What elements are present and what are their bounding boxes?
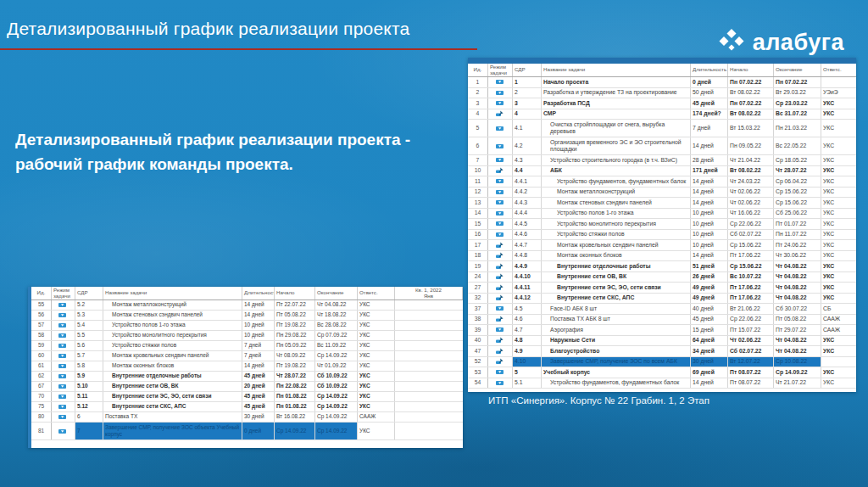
- task-duration: 10 дней: [242, 331, 275, 340]
- task-name: АБК: [542, 166, 691, 176]
- task-name: Внутренние отделочные работы: [542, 261, 691, 271]
- task-row[interactable]: 134.4.3Монтаж стеновых сэндвич панелей14…: [468, 198, 856, 209]
- task-row[interactable]: 144.4.4Устройство полов 1-го этажа10 дне…: [468, 209, 856, 220]
- task-start: Пн 05.09.22: [275, 341, 315, 350]
- task-name: Устройство фундаментов, фундаментных бал…: [542, 378, 691, 389]
- task-row[interactable]: 194.4.9Внутренние отделочные работы51 дн…: [468, 261, 856, 272]
- task-row[interactable]: 625.9Внутренние отделочные работы45 дней…: [31, 372, 463, 382]
- task-row[interactable]: 164.4.6Устройство стяжки полов10 днейСб …: [468, 230, 856, 241]
- task-duration: 45 дней: [242, 372, 275, 381]
- task-row[interactable]: 74.3Устройство строительного городка (в …: [468, 155, 856, 166]
- task-row[interactable]: 595.6Устройство стяжки полов7 днейПн 05.…: [31, 341, 463, 351]
- task-row[interactable]: 605.7Монтаж кровельных сендвич панелей7 …: [31, 351, 463, 361]
- task-row[interactable]: 174.4.7Монтаж кровельных сендвич панелей…: [468, 240, 856, 251]
- task-row[interactable]: 154.4.5Устройство монолитного перекрытия…: [468, 219, 856, 230]
- task-id: 24: [468, 272, 488, 283]
- task-resp: УКС: [821, 176, 856, 187]
- task-duration: 10 дней: [691, 240, 728, 250]
- task-row[interactable]: 11Начало проекта0 днейПн 07.02.22Пн 07.0…: [468, 77, 856, 88]
- task-name: Внутренние сети ОВ, ВК: [103, 382, 242, 391]
- task-row[interactable]: 124.4.2Монтаж металлоконструкций14 днейЧ…: [468, 188, 856, 199]
- task-id: 10: [468, 166, 488, 176]
- task-duration: 26 дней: [691, 272, 728, 283]
- slide-background: { "slide": { "title": "Детализированный …: [0, 0, 868, 487]
- gantt-month-label: Янв: [424, 294, 433, 299]
- task-start: Пт 05.08.22: [275, 311, 315, 320]
- task-row[interactable]: 44СМР174 дней?Вт 08.02.22Вс 31.07.22УКС: [468, 109, 856, 120]
- task-start: Вт 16.08.22: [275, 412, 315, 422]
- task-row[interactable]: 54.1Очистка стройплощадки от снега, выру…: [468, 120, 856, 137]
- task-row[interactable]: 394.7Аэрография15 днейПт 15.07.22Пт 29.0…: [468, 325, 856, 336]
- task-start: Вт 21.06.22: [728, 304, 774, 314]
- task-finish: Сб 10.09.22: [315, 382, 358, 391]
- task-start: Вт 12.07.22: [728, 357, 774, 367]
- task-id: 80: [31, 412, 52, 422]
- task-resp: УКС: [821, 209, 856, 219]
- task-row[interactable]: 675.10Внутренние сети ОВ, ВК20 днейПн 22…: [31, 382, 463, 392]
- task-duration: 30 дней: [691, 357, 728, 367]
- task-start: Вт 08.02.22: [728, 88, 774, 98]
- task-row[interactable]: 374.5Face-ID АБК 8 шт40 днейВт 21.06.22С…: [468, 304, 856, 315]
- task-row[interactable]: 524.10Завершение СМР, получение ЗОС по в…: [468, 357, 856, 368]
- task-row[interactable]: 64.2Организация временного ЭС и ЭО строи…: [468, 137, 856, 155]
- task-row[interactable]: 535Учебный корпус69 днейПт 08.07.22Ср 14…: [468, 367, 856, 378]
- task-finish: Пт 05.08.22: [774, 315, 821, 325]
- task-bar-icon: [488, 209, 513, 219]
- task-row[interactable]: 585.5Устройство монолитного перекрытия10…: [31, 331, 463, 341]
- task-row[interactable]: 705.11Внутренние сети ЭС, ЭО, сети связи…: [31, 392, 463, 402]
- task-bar-icon: [488, 188, 513, 198]
- task-id: 54: [468, 378, 488, 389]
- task-start: Пн 29.08.22: [275, 331, 315, 340]
- task-row[interactable]: 755.12Внутренние сети СКС, АПС45 днейПн …: [31, 402, 463, 412]
- task-row[interactable]: 404.8Наружные Сети64 днейЧт 02.06.22Чт 0…: [468, 336, 856, 347]
- task-row[interactable]: 474.9Благоустройство34 днейСб 02.07.22Чт…: [468, 346, 856, 357]
- task-name: Устройство полов 1-го этажа: [542, 209, 691, 219]
- task-row[interactable]: 33Разработка ПСД45 днейПн 07.02.22Ср 23.…: [468, 98, 856, 109]
- task-duration: 45 дней: [242, 392, 275, 401]
- task-start: Пн 07.02.22: [728, 77, 774, 87]
- task-finish: Ср 14.09.22: [315, 412, 358, 422]
- task-row[interactable]: 545.1Устройство фундаментов, фундаментны…: [468, 378, 856, 389]
- task-resp: УЭиЭ: [821, 88, 856, 98]
- task-resp: УКС: [821, 98, 856, 109]
- task-duration: 14 дней: [691, 188, 728, 198]
- task-bar-icon: [52, 392, 75, 401]
- task-resp: УКС: [821, 219, 856, 229]
- header-resp: Ответс.: [358, 287, 395, 299]
- slide-subtitle: Детализированный график реализации проек…: [15, 127, 456, 176]
- task-row[interactable]: 274.4.11Внутренние сети ЭС, ЭО, сети свя…: [468, 283, 856, 294]
- task-wbs: 5.3: [75, 311, 103, 320]
- task-row[interactable]: 104.4АБК171 днейВт 08.02.22Чт 28.07.22УК…: [468, 166, 856, 177]
- task-wbs: 4.9: [513, 346, 542, 356]
- task-id: 67: [31, 382, 52, 391]
- task-resp: УКС: [821, 109, 856, 120]
- task-name: Устройство монолитного перекрытия: [103, 331, 242, 340]
- task-row[interactable]: 22Разработка и утверждение ТЗ на проекти…: [468, 88, 856, 99]
- task-row[interactable]: 324.4.12Внутренние сети СКС, АПС49 днейП…: [468, 294, 856, 305]
- task-row[interactable]: 114.4.1Устройство фундаментов, фундамент…: [468, 176, 856, 188]
- task-name: Наружные Сети: [542, 336, 691, 346]
- task-bar-icon: [488, 198, 513, 208]
- task-wbs: 4.4.10: [513, 272, 542, 283]
- task-row[interactable]: 555.2Монтаж металлоконструкций14 днейПт …: [31, 300, 463, 311]
- task-finish: Ср 14.09.22: [315, 423, 358, 439]
- task-row[interactable]: 244.4.10Внутренние сети ОВ, ВК26 днейВс …: [468, 272, 856, 283]
- task-duration: 10 дней: [242, 321, 275, 330]
- task-name: Монтаж стеновых сэндвич панелей: [103, 311, 242, 320]
- task-bar-icon: [52, 311, 75, 320]
- task-wbs: 4.4: [513, 166, 542, 176]
- task-id: 19: [468, 261, 488, 271]
- task-row[interactable]: 806Поставка ТХ30 днейВт 16.08.22Ср 14.09…: [31, 412, 463, 423]
- task-duration: 7 дней: [691, 120, 728, 137]
- task-start: Ср 15.06.22: [728, 240, 774, 250]
- task-row[interactable]: 817Завершение СМР, получение ЗОС объекта…: [31, 423, 463, 440]
- task-row[interactable]: 575.4Устройство полов 1-го этажа10 днейП…: [31, 321, 463, 331]
- task-row[interactable]: 615.8Монтаж оконных блоков14 днейПт 19.0…: [31, 361, 463, 372]
- task-row[interactable]: 184.4.8Монтаж оконных блоков14 днейПт 17…: [468, 251, 856, 262]
- task-finish: Сб 30.07.22: [774, 304, 821, 314]
- task-wbs: 4.4.9: [513, 261, 542, 271]
- task-finish: Пн 11.07.22: [774, 230, 821, 240]
- task-row[interactable]: 565.3Монтаж стеновых сэндвич панелей14 д…: [31, 311, 463, 321]
- task-duration: 50 дней: [691, 88, 728, 98]
- task-row[interactable]: 384.6Поставка ТХ АБК 8 шт45 днейСр 22.06…: [468, 315, 856, 326]
